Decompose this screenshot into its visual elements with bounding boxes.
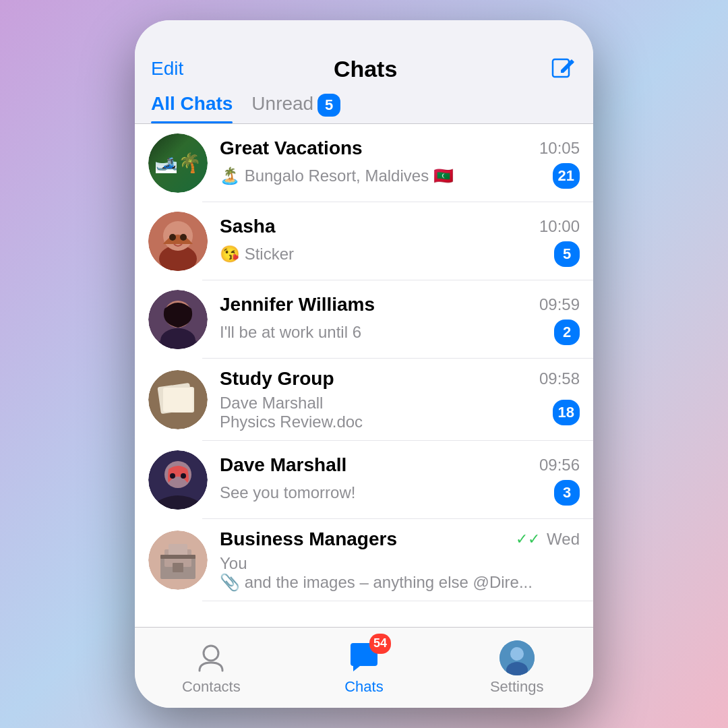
- avatar-jennifer-williams: [148, 290, 208, 349]
- chat-content-jennifer-williams: Jennifer Williams 09:59 I'll be at work …: [220, 294, 580, 345]
- nav-header: Edit Chats All Chats Unread5: [135, 50, 593, 123]
- chat-time: Wed: [547, 530, 580, 549]
- chat-preview-msg: Physics Review.doc: [220, 413, 546, 431]
- tab-bar-settings[interactable]: Settings: [470, 640, 564, 696]
- chat-content-dave-marshall: Dave Marshall 09:56 See you tomorrow! 3: [220, 454, 580, 506]
- bottom-tab-bar: Contacts 54 Chats: [135, 627, 593, 708]
- unread-badge: 3: [554, 480, 580, 506]
- chat-time: 09:56: [539, 456, 580, 475]
- svg-rect-16: [163, 388, 193, 412]
- chat-preview: I'll be at work until 6: [220, 323, 547, 342]
- avatar-sasha: [148, 212, 208, 271]
- chats-icon: 54: [346, 640, 382, 675]
- chat-item-study-group[interactable]: Study Group 09:58 Dave Marshall Physics …: [135, 359, 593, 441]
- tab-bar-contacts[interactable]: Contacts: [164, 640, 258, 696]
- settings-icon: [499, 640, 535, 675]
- status-bar: [135, 20, 593, 50]
- unread-badge: 18: [553, 400, 580, 425]
- chat-time: 09:59: [539, 295, 580, 314]
- svg-point-19: [170, 473, 175, 479]
- chat-preview-sender: Dave Marshall: [220, 394, 546, 413]
- chat-preview-msg: 📎 and the images – anything else @Dire..…: [220, 573, 580, 592]
- svg-rect-25: [173, 563, 183, 572]
- chat-content-sasha: Sasha 10:00 😘 Sticker 5: [220, 216, 580, 267]
- chat-name: Study Group: [220, 368, 334, 390]
- page-title: Chats: [334, 56, 397, 82]
- svg-point-5: [169, 234, 176, 241]
- chat-name: Jennifer Williams: [220, 294, 375, 315]
- chat-time: 09:58: [539, 369, 580, 388]
- tabs-row: All Chats Unread5: [151, 89, 577, 123]
- chat-name: Great Vacations: [220, 138, 363, 159]
- chat-name: Dave Marshall: [220, 454, 346, 476]
- tab-bar-chats[interactable]: 54 Chats: [317, 640, 411, 696]
- chat-item-great-vacations[interactable]: 🎿🌴 Great Vacations 10:05 🏝️ Bungalo Reso…: [135, 124, 593, 202]
- avatar-dave-marshall: [148, 450, 208, 510]
- chat-time: 10:05: [539, 139, 580, 158]
- avatar-study-group: [148, 370, 208, 429]
- contacts-label: Contacts: [182, 678, 241, 696]
- svg-point-6: [180, 234, 187, 241]
- chat-name: Sasha: [220, 216, 276, 237]
- chat-content-great-vacations: Great Vacations 10:05 🏝️ Bungalo Resort,…: [220, 138, 580, 189]
- phone-frame: Edit Chats All Chats Unread5 🎿: [135, 20, 593, 708]
- svg-point-29: [510, 647, 524, 661]
- unread-badge: 5: [554, 241, 580, 267]
- chat-item-sasha[interactable]: Sasha 10:00 😘 Sticker 5: [135, 202, 593, 280]
- chats-label: Chats: [344, 678, 383, 696]
- chats-tab-badge: 54: [369, 634, 391, 654]
- read-checkmarks: ✓✓: [516, 530, 540, 548]
- chat-preview: 😘 Sticker: [220, 245, 547, 264]
- chat-time: 10:00: [539, 217, 580, 236]
- chat-content-study-group: Study Group 09:58 Dave Marshall Physics …: [220, 368, 580, 431]
- unread-badge: 21: [553, 163, 580, 189]
- chat-name: Business Managers: [220, 528, 397, 550]
- unread-badge-count: 5: [317, 94, 340, 117]
- svg-point-20: [181, 473, 186, 479]
- chat-item-business-managers[interactable]: Business Managers ✓✓ Wed You 📎 and the i…: [135, 519, 593, 601]
- svg-rect-26: [160, 555, 195, 559]
- chat-content-business-managers: Business Managers ✓✓ Wed You 📎 and the i…: [220, 528, 580, 592]
- chat-item-dave-marshall[interactable]: Dave Marshall 09:56 See you tomorrow! 3: [135, 441, 593, 519]
- chat-list: 🎿🌴 Great Vacations 10:05 🏝️ Bungalo Reso…: [135, 124, 593, 627]
- contacts-icon: [193, 640, 229, 675]
- chat-preview: 🏝️ Bungalo Resort, Maldives 🇲🇻: [220, 166, 546, 185]
- unread-badge: 2: [554, 320, 580, 345]
- chat-item-jennifer-williams[interactable]: Jennifer Williams 09:59 I'll be at work …: [135, 280, 593, 359]
- avatar-great-vacations: 🎿🌴: [148, 133, 208, 193]
- avatar-business-managers: [148, 530, 208, 590]
- settings-label: Settings: [490, 678, 544, 696]
- tab-unread[interactable]: Unread5: [251, 93, 340, 123]
- chat-preview: See you tomorrow!: [220, 483, 547, 502]
- chat-preview-sender: You: [220, 554, 580, 573]
- compose-button[interactable]: [547, 54, 577, 84]
- edit-button[interactable]: Edit: [151, 58, 183, 80]
- tab-all-chats[interactable]: All Chats: [151, 93, 233, 123]
- svg-point-27: [204, 646, 218, 661]
